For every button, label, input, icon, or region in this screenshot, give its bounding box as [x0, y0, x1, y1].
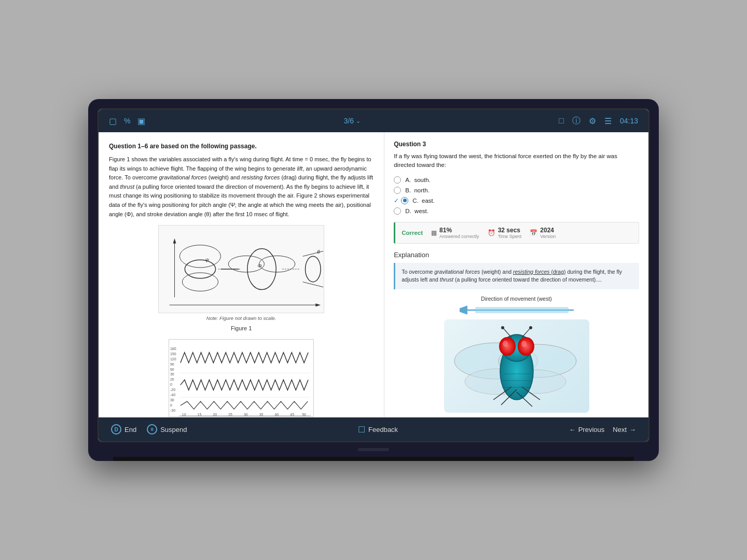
figure2-graph: 180 150 120 90 60 30 — [169, 339, 314, 417]
next-label: Next — [613, 426, 627, 433]
svg-text:30: 30 — [244, 413, 248, 416]
svg-text:120: 120 — [170, 357, 176, 361]
fullscreen-icon[interactable]: □ — [559, 116, 564, 125]
settings-icon[interactable]: ⚙ — [589, 116, 596, 126]
svg-point-57 — [503, 341, 508, 347]
svg-point-66 — [529, 326, 532, 329]
progress-indicator[interactable]: 3/6 ⌄ — [344, 117, 361, 125]
laptop-base — [98, 442, 649, 457]
svg-text:20: 20 — [213, 413, 217, 416]
svg-text:45: 45 — [290, 413, 294, 416]
calendar-icon: 📅 — [530, 229, 537, 236]
stat-percent-label: Answered correctly — [439, 234, 479, 239]
svg-text:40: 40 — [275, 413, 279, 416]
stat-answered: ▩ 81% Answered correctly — [431, 227, 479, 239]
check-icon: ✓ — [394, 197, 399, 204]
toolbar-left: ▢ % ▣ — [109, 116, 145, 126]
end-icon: D — [111, 424, 121, 435]
radio-c[interactable] — [401, 197, 408, 204]
svg-line-64 — [522, 329, 530, 338]
svg-point-55 — [499, 337, 516, 356]
svg-text:-30: -30 — [170, 409, 175, 412]
feedback-label: Feedback — [368, 426, 398, 433]
explanation-text: To overcome gravitational forces (weight… — [402, 269, 622, 283]
feedback-icon: ☐ — [358, 425, 365, 435]
question-text: If a fly was flying toward the west, the… — [394, 152, 639, 170]
svg-text:0: 0 — [170, 403, 172, 407]
svg-text:30: 30 — [170, 372, 174, 376]
flag-icon[interactable]: % — [124, 117, 130, 125]
option-b[interactable]: B. north. — [394, 187, 639, 194]
stat-version-value: 2024 — [540, 227, 556, 234]
stat-version-label: Version — [540, 234, 556, 239]
feedback-button[interactable]: ☐ Feedback — [358, 425, 398, 435]
result-bar: Correct ▩ 81% Answered correctly ⏰ 32 se — [394, 222, 639, 244]
answer-options: A. south. B. north. ✓ C. east. — [394, 176, 639, 215]
question-number: Question 3 — [394, 141, 639, 148]
stat-time-label: Time Spent — [498, 234, 522, 239]
correct-label: Correct — [402, 230, 423, 236]
svg-text:-40: -40 — [170, 393, 175, 397]
option-c[interactable]: ✓ C. east. — [394, 197, 639, 204]
toolbar: ▢ % ▣ 3/6 ⌄ □ ⓘ ⚙ ☰ 04:13 — [99, 109, 648, 132]
bookmark-icon[interactable]: ▢ — [109, 116, 117, 126]
progress-dropdown-icon[interactable]: ⌄ — [356, 118, 361, 124]
copy-icon[interactable]: ▣ — [137, 116, 145, 126]
radio-b[interactable] — [394, 187, 401, 194]
svg-point-65 — [501, 326, 504, 329]
direction-arrow-svg — [460, 305, 574, 315]
option-a[interactable]: A. south. — [394, 176, 639, 184]
radio-d[interactable] — [394, 207, 401, 215]
clock-icon: ⏰ — [488, 229, 495, 236]
figure1-container: ψ Φ θ — [109, 225, 374, 333]
suspend-button[interactable]: II Suspend — [147, 424, 187, 435]
help-icon[interactable]: ⓘ — [572, 116, 580, 127]
list-icon[interactable]: ☰ — [604, 116, 612, 126]
svg-text:10: 10 — [182, 413, 186, 416]
svg-point-58 — [521, 341, 527, 347]
svg-text:0: 0 — [170, 383, 172, 386]
next-arrow-icon: → — [629, 426, 636, 433]
svg-point-56 — [518, 337, 534, 356]
svg-rect-48 — [475, 307, 569, 313]
main-content: Question 1–6 are based on the following … — [99, 132, 648, 417]
svg-text:150: 150 — [170, 352, 176, 356]
svg-text:Φ: Φ — [258, 263, 262, 269]
suspend-icon: II — [147, 424, 157, 435]
bottom-right: ← Previous Next → — [569, 426, 636, 433]
laptop-notch — [358, 448, 389, 451]
next-button[interactable]: Next → — [613, 426, 636, 433]
option-d-text: D. west. — [405, 208, 428, 214]
svg-text:25: 25 — [228, 413, 232, 416]
suspend-label: Suspend — [160, 426, 187, 433]
passage-text: Figure 1 shows the variables associated … — [109, 155, 374, 219]
direction-label: Direction of movement (west) — [394, 296, 639, 302]
svg-text:90: 90 — [170, 362, 174, 366]
chart-icon: ▩ — [431, 229, 437, 236]
toolbar-right: □ ⓘ ⚙ ☰ 04:13 — [559, 116, 638, 127]
progress-text: 3/6 — [344, 117, 354, 125]
bottom-bar: D End II Suspend ☐ Feedback ← Previous — [99, 417, 648, 441]
previous-label: Previous — [578, 426, 605, 433]
previous-button[interactable]: ← Previous — [569, 426, 605, 433]
option-d[interactable]: D. west. — [394, 207, 639, 215]
svg-text:60: 60 — [170, 367, 174, 371]
svg-text:-20: -20 — [170, 388, 175, 391]
svg-text:θ: θ — [317, 249, 320, 255]
svg-text:15: 15 — [198, 413, 202, 416]
figure1-image: ψ Φ θ — [158, 225, 324, 313]
svg-line-63 — [504, 329, 511, 338]
stat-percent: 81% — [439, 227, 479, 234]
option-b-text: B. north. — [405, 187, 430, 193]
left-panel: Question 1–6 are based on the following … — [99, 132, 384, 417]
stat-version: 📅 2024 Version — [530, 227, 556, 239]
svg-text:30: 30 — [170, 398, 174, 402]
explanation-box: To overcome gravitational forces (weight… — [394, 263, 639, 290]
radio-a[interactable] — [394, 176, 401, 184]
timer-display: 04:13 — [620, 117, 638, 125]
end-label: End — [125, 426, 136, 433]
svg-text:180: 180 — [170, 347, 176, 351]
svg-text:50: 50 — [302, 413, 306, 416]
prev-arrow-icon: ← — [569, 426, 576, 433]
end-button[interactable]: D End — [111, 424, 136, 435]
